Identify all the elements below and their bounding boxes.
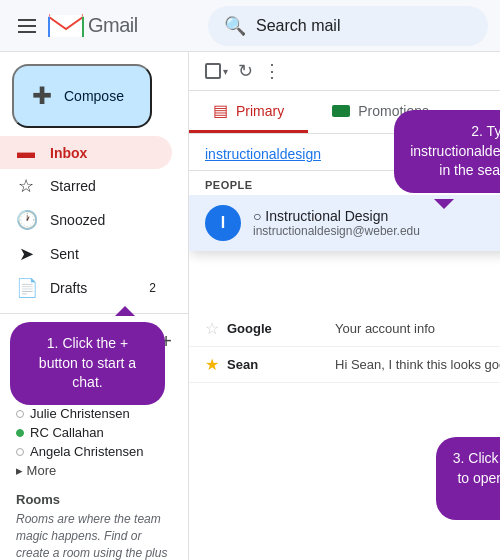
chat-person-julie[interactable]: Julie Christensen xyxy=(16,404,172,423)
chevron-down-icon: ▾ xyxy=(223,66,228,77)
search-input[interactable] xyxy=(256,17,472,35)
select-checkbox[interactable]: ▾ xyxy=(205,63,228,79)
header-left: Gmail xyxy=(12,12,200,40)
people-info: ○ Instructional Design instructionaldesi… xyxy=(253,208,420,238)
sidebar-label-sent: Sent xyxy=(50,246,79,262)
bubble-2-text: 2. Type instructionaldesign@weber.edu in… xyxy=(410,123,500,178)
promotions-tab-icon xyxy=(332,105,350,117)
sidebar-item-drafts[interactable]: 📄 Drafts 2 xyxy=(0,271,172,305)
sidebar-item-snoozed[interactable]: 🕐 Snoozed xyxy=(0,203,172,237)
compose-button[interactable]: ✚ Compose xyxy=(12,64,152,128)
gmail-m-icon xyxy=(48,12,84,40)
gmail-text-label: Gmail xyxy=(88,14,138,37)
sender-3: Sean xyxy=(227,357,327,372)
search-icon: 🔍 xyxy=(224,15,246,37)
rooms-title: Rooms xyxy=(16,492,172,507)
bubble-1-text: 1. Click the + button to start a chat. xyxy=(39,335,136,390)
angela-name: Angela Christensen xyxy=(30,444,143,459)
bubble-3-text: 3. Click on the result to open a chat wi… xyxy=(453,450,500,505)
sidebar-item-inbox[interactable]: ▬ Inbox xyxy=(0,136,172,169)
sidebar-divider xyxy=(0,313,188,314)
people-name: ○ Instructional Design xyxy=(253,208,420,224)
email-item-3[interactable]: ★ Sean Hi Sean, I think this looks good … xyxy=(189,347,500,383)
gmail-logo: Gmail xyxy=(48,12,138,40)
compose-plus-icon: ✚ xyxy=(32,82,52,110)
tooltip-bubble-3: 3. Click on the result to open a chat wi… xyxy=(436,437,500,520)
inbox-icon: ▬ xyxy=(16,142,36,163)
more-options-icon[interactable]: ⋮ xyxy=(263,60,281,82)
people-avatar: I xyxy=(205,205,241,241)
checkbox-icon xyxy=(205,63,221,79)
sender-2: Google xyxy=(227,321,327,336)
toolbar: ▾ ↻ ⋮ xyxy=(189,52,500,91)
julie-name: Julie Christensen xyxy=(30,406,130,421)
angela-status-icon xyxy=(16,448,24,456)
subject-2: Your account info xyxy=(335,321,500,336)
sidebar-label-inbox: Inbox xyxy=(50,145,87,161)
starred-icon: ☆ xyxy=(16,175,36,197)
sidebar: ✚ Compose ▬ Inbox ☆ Starred 🕐 Snoozed ➤ … xyxy=(0,52,188,560)
tab-primary[interactable]: ▤ Primary xyxy=(189,91,308,133)
star-icon-3: ★ xyxy=(205,355,219,374)
star-icon-2: ☆ xyxy=(205,319,219,338)
avatar-letter: I xyxy=(221,214,225,232)
drafts-icon: 📄 xyxy=(16,277,36,299)
refresh-icon[interactable]: ↻ xyxy=(238,60,253,82)
chat-person-angela[interactable]: Angela Christensen xyxy=(16,442,172,461)
subject-3: Hi Sean, I think this looks good other t… xyxy=(335,357,500,372)
chat-more-label: ▸ More xyxy=(16,463,56,478)
sidebar-item-sent[interactable]: ➤ Sent xyxy=(0,237,172,271)
rooms-description: Rooms are where the team magic happens. … xyxy=(16,511,172,560)
people-email: instructionaldesign@weber.edu xyxy=(253,224,420,238)
tooltip-bubble-1: 1. Click the + button to start a chat. xyxy=(10,322,165,405)
drafts-badge: 2 xyxy=(149,281,156,295)
chat-more-button[interactable]: ▸ More xyxy=(16,461,172,480)
search-bar[interactable]: 🔍 xyxy=(208,6,488,46)
rc-name: RC Callahan xyxy=(30,425,104,440)
sidebar-label-drafts: Drafts xyxy=(50,280,87,296)
header: Gmail 🔍 xyxy=(0,0,500,52)
compose-label: Compose xyxy=(64,88,124,104)
main-layout: ✚ Compose ▬ Inbox ☆ Starred 🕐 Snoozed ➤ … xyxy=(0,52,500,560)
chat-person-rc[interactable]: RC Callahan xyxy=(16,423,172,442)
sent-icon: ➤ xyxy=(16,243,36,265)
content-panel: ▾ ↻ ⋮ ▤ Primary Promotions ★ Gmail Team … xyxy=(188,52,500,560)
primary-tab-label: Primary xyxy=(236,103,284,119)
menu-icon[interactable] xyxy=(12,13,42,39)
sidebar-item-starred[interactable]: ☆ Starred xyxy=(0,169,172,203)
snoozed-icon: 🕐 xyxy=(16,209,36,231)
sidebar-label-snoozed: Snoozed xyxy=(50,212,105,228)
primary-tab-icon: ▤ xyxy=(213,101,228,120)
tooltip-bubble-2: 2. Type instructionaldesign@weber.edu in… xyxy=(394,110,500,193)
julie-status-icon xyxy=(16,410,24,418)
sidebar-label-starred: Starred xyxy=(50,178,96,194)
rooms-section: Rooms Rooms are where the team magic hap… xyxy=(0,484,188,560)
rc-status-icon xyxy=(16,429,24,437)
svg-rect-0 xyxy=(49,15,83,37)
email-item-2[interactable]: ☆ Google Your account info Jul 15 xyxy=(189,311,500,347)
